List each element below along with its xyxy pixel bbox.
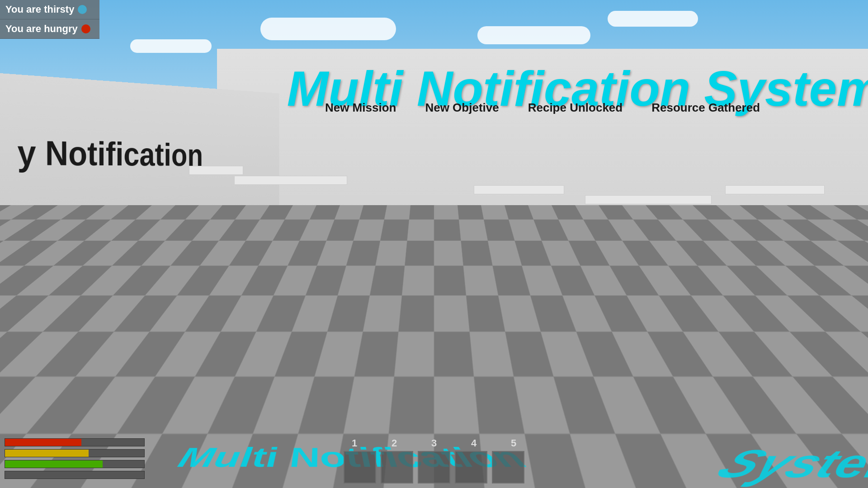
health-bar-row [5, 438, 145, 446]
enemy-character [147, 217, 179, 268]
cloud [608, 11, 698, 27]
slot-number-4: 4 [458, 437, 490, 449]
svg-point-37 [454, 277, 457, 279]
health-bars [5, 438, 145, 479]
svg-point-17 [443, 314, 448, 319]
health-bar-fill [5, 439, 81, 446]
thirsty-notification: You are thirsty [0, 0, 99, 19]
notification-tabs: New Mission New Objetive Recipe Unlocked… [217, 97, 868, 118]
platform-3 [474, 185, 564, 194]
cloud [477, 26, 590, 44]
inventory-slot-2[interactable] [381, 451, 413, 483]
game-world: Multi Notification System New Mission Ne… [0, 0, 868, 488]
platform-2 [585, 195, 712, 204]
svg-point-6 [425, 415, 479, 424]
svg-point-0 [158, 217, 169, 230]
health-bar-track [5, 438, 145, 446]
status-notifications: You are thirsty You are hungry [0, 0, 99, 39]
svg-point-23 [420, 360, 432, 371]
enemy-svg [147, 217, 179, 267]
tab-resource-gathered[interactable]: Resource Gathered [637, 97, 774, 118]
svg-line-3 [165, 245, 169, 262]
water-bar-row [5, 471, 145, 479]
thirsty-text: You are thirsty [5, 4, 74, 15]
svg-rect-22 [420, 338, 431, 362]
svg-point-19 [456, 314, 462, 319]
slot-number-1: 1 [338, 437, 371, 449]
inventory-slots [344, 451, 524, 483]
svg-line-5 [167, 233, 175, 240]
slot-number-3: 3 [418, 437, 450, 449]
hungry-text: You are hungry [5, 23, 78, 35]
food-bar-fill [5, 460, 103, 468]
svg-line-4 [151, 233, 159, 242]
hungry-notification: You are hungry [0, 19, 99, 39]
svg-point-29 [465, 302, 479, 316]
svg-point-18 [449, 314, 455, 319]
food-bar-row [5, 460, 145, 468]
svg-point-39 [448, 260, 456, 267]
inventory-numbers: 1 2 3 4 5 [338, 437, 530, 449]
inventory-slot-3[interactable] [418, 451, 450, 483]
cloud [260, 18, 396, 40]
wall-text-left: y Notification [17, 132, 203, 174]
svg-rect-13 [434, 343, 470, 377]
tab-recipe-unlocked[interactable]: Recipe Unlocked [514, 97, 637, 118]
svg-point-27 [472, 358, 484, 368]
svg-line-2 [157, 245, 161, 262]
svg-point-33 [441, 270, 463, 294]
stamina-bar-fill [5, 450, 89, 457]
tab-new-objective[interactable]: New Objetive [410, 97, 513, 118]
water-bar-track [5, 471, 145, 479]
platform-1 [725, 185, 825, 194]
robot-svg [407, 230, 497, 424]
platform-4 [234, 176, 347, 185]
slot-number-5: 5 [497, 437, 530, 449]
svg-point-36 [445, 277, 448, 279]
inventory-slot-5[interactable] [492, 451, 524, 483]
tab-new-mission[interactable]: New Mission [311, 97, 410, 118]
water-icon [78, 5, 87, 14]
svg-rect-1 [159, 230, 167, 245]
inventory-slot-4[interactable] [455, 451, 487, 483]
food-icon [81, 24, 90, 33]
inventory-slot-1[interactable] [344, 451, 376, 483]
robot-character [407, 230, 497, 420]
stamina-bar-row [5, 449, 145, 457]
svg-rect-9 [435, 403, 452, 411]
stamina-bar-track [5, 449, 145, 457]
cloud [130, 39, 212, 53]
svg-rect-26 [473, 338, 484, 360]
food-bar-track [5, 460, 145, 468]
svg-point-28 [425, 302, 439, 316]
water-bar-fill [5, 471, 144, 479]
platform-5 [189, 166, 243, 175]
slot-number-2: 2 [378, 437, 410, 449]
svg-rect-10 [451, 403, 468, 411]
inventory: 1 2 3 4 5 [338, 437, 530, 483]
